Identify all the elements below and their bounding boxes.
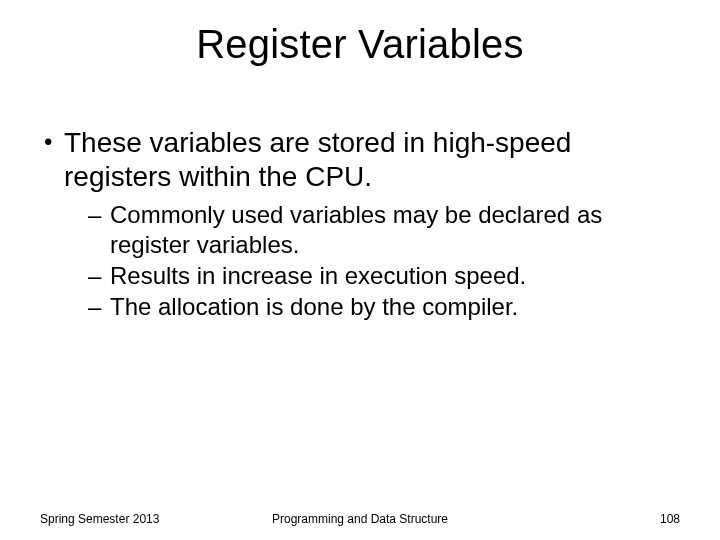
sub-bullet-text: Commonly used variables may be declared … [110, 201, 602, 257]
sub-bullet-item: Results in increase in execution speed. [88, 261, 680, 290]
slide-body: These variables are stored in high-speed… [40, 126, 680, 331]
slide: Register Variables These variables are s… [0, 0, 720, 540]
sub-bullet-list: Commonly used variables may be declared … [64, 200, 680, 321]
sub-bullet-text: Results in increase in execution speed. [110, 262, 526, 289]
bullet-text: These variables are stored in high-speed… [64, 127, 571, 192]
bullet-list: These variables are stored in high-speed… [40, 126, 680, 321]
sub-bullet-text: The allocation is done by the compiler. [110, 293, 518, 320]
footer-page-number: 108 [660, 512, 680, 526]
footer-center: Programming and Data Structure [0, 512, 720, 526]
sub-bullet-item: Commonly used variables may be declared … [88, 200, 680, 259]
bullet-item: These variables are stored in high-speed… [40, 126, 680, 321]
slide-title: Register Variables [0, 22, 720, 67]
sub-bullet-item: The allocation is done by the compiler. [88, 292, 680, 321]
